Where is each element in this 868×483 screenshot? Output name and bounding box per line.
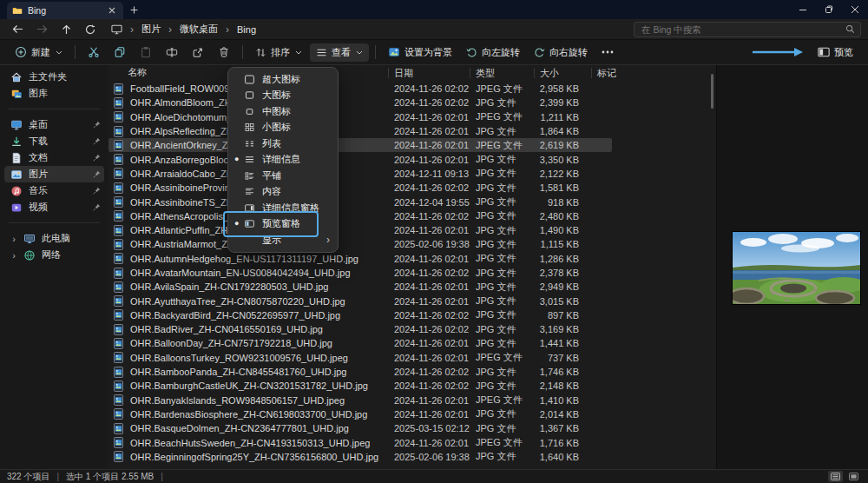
file-row[interactable]: OHR.AvatarMountain_EN-US0084042494_UHD.j… <box>108 266 612 280</box>
new-tab-button[interactable] <box>123 0 144 19</box>
file-row[interactable]: OHR.BalloonDay_ZH-CN7571792218_UHD.jpg20… <box>108 336 612 350</box>
file-row[interactable]: OHR.AssiniboineProvincialPark_Z2024-11-2… <box>108 181 612 195</box>
file-row[interactable]: OHR.BeginningofSpring25Y_ZH-CN7356156800… <box>108 450 612 464</box>
file-row[interactable]: OHR.BambooPanda_ZH-CN8455481760_UHD.jpg2… <box>108 365 612 379</box>
menu-item-内容[interactable]: 内容 <box>228 184 338 201</box>
image-file-icon <box>114 196 125 208</box>
file-row[interactable]: OHR.BasqueDolmen_ZH-CN2364777801_UHD.jpg… <box>108 421 612 435</box>
menu-item-显示[interactable]: 显示› <box>228 232 338 248</box>
sidebar-item-图片[interactable]: 图片 <box>4 166 104 182</box>
expand-chevron-icon[interactable]: › <box>10 234 17 244</box>
file-name: OHR.AyutthayaTree_ZH-CN8075870220_UHD.jp… <box>130 296 388 307</box>
location-monitor-icon[interactable] <box>111 24 122 35</box>
menu-item-列表[interactable]: 列表 <box>228 136 338 152</box>
view-button[interactable]: 查看 <box>310 43 369 62</box>
sidebar-item-图库[interactable]: 图库 <box>4 85 104 102</box>
new-button[interactable]: 新建 <box>9 43 69 62</box>
file-date-modified: 2024-11-26 02:02 <box>388 310 470 321</box>
sidebar-item-桌面[interactable]: 桌面 <box>4 116 104 133</box>
file-row[interactable]: OHR.BamburghCastleUK_ZH-CN3201531782_UHD… <box>108 379 612 393</box>
file-row[interactable]: OHR.AloeDichotomum_ROW74472024-11-26 02:… <box>108 110 612 124</box>
menu-item-中图标[interactable]: 中图标 <box>228 103 338 120</box>
documents-icon <box>10 152 23 164</box>
file-row[interactable]: OHR.AtlanticPuffin_ZH-CN852322024-11-26 … <box>108 223 612 237</box>
file-row[interactable]: OHR.AlmondBloom_ZH-CN944152024-11-26 02:… <box>108 96 612 109</box>
file-row[interactable]: OHR.AncientOrkney_ZH-CN111032024-11-26 0… <box>108 138 612 152</box>
file-type: JPG 文件 <box>470 366 534 379</box>
copy-button[interactable] <box>108 43 132 61</box>
file-row[interactable]: OHR.AssiniboineTS_ZH-CN9936042024-12-04 … <box>108 195 612 208</box>
column-header-tags[interactable]: 标记 <box>591 68 631 78</box>
file-row[interactable]: OHR.AvilaSpain_ZH-CN1792280503_UHD.jpg20… <box>108 280 612 294</box>
sidebar-item-label: 主文件夹 <box>29 70 101 83</box>
more-options-button[interactable] <box>595 48 620 56</box>
refresh-button[interactable] <box>80 21 101 38</box>
menu-item-大图标[interactable]: 大图标 <box>228 88 338 104</box>
file-row[interactable]: FootballField_ROW0099610326.jp2024-11-26… <box>108 82 612 96</box>
sidebar-item-音乐[interactable]: 音乐 <box>4 182 104 199</box>
column-header-type[interactable]: 类型 <box>470 68 534 78</box>
sidebar-item-下载[interactable]: 下载 <box>4 133 104 149</box>
file-row[interactable]: OHR.AlpsReflecting_ZH-CN403632024-11-26 … <box>108 124 612 138</box>
file-row[interactable]: OHR.BadRiver_ZH-CN0416550169_UHD.jpg2024… <box>108 322 612 336</box>
menu-item-小图标[interactable]: 小图标 <box>228 120 338 136</box>
file-row[interactable]: OHR.BalloonsTurkey_ROW9231009576_UHD.jpe… <box>108 351 612 365</box>
paste-button[interactable] <box>134 43 158 61</box>
file-row[interactable]: OHR.AnzaBorregoBloom_ZH-CN82024-11-26 02… <box>108 152 612 166</box>
restore-button[interactable] <box>816 0 842 19</box>
delete-button[interactable] <box>212 43 236 61</box>
minimize-button[interactable] <box>790 0 816 19</box>
menu-item-详细信息[interactable]: ●详细信息 <box>228 152 338 169</box>
rotate-right-button[interactable]: 向右旋转 <box>528 43 594 62</box>
file-date-modified: 2024-11-26 02:02 <box>388 324 470 334</box>
breadcrumb-item[interactable]: 图片 <box>140 22 162 36</box>
expand-chevron-icon[interactable]: › <box>10 250 17 261</box>
file-row[interactable]: OHR.AyutthayaTree_ZH-CN8075870220_UHD.jp… <box>108 294 612 308</box>
sidebar-item-主文件夹[interactable]: 主文件夹 <box>4 69 104 85</box>
menu-item-平铺[interactable]: 平铺 <box>228 168 338 184</box>
chevron-down-icon <box>356 50 363 55</box>
pin-icon <box>93 203 101 211</box>
column-header-size[interactable]: 大小 <box>534 68 591 78</box>
chevron-down-icon <box>295 50 302 55</box>
file-row[interactable]: OHR.AutumnHedgehog_EN-US1171311197_UHD.j… <box>108 252 612 266</box>
search-input[interactable] <box>640 23 845 36</box>
sort-button[interactable]: 排序 <box>249 43 308 62</box>
column-header-date[interactable]: 日期 <box>388 68 470 78</box>
vertical-scrollbar[interactable] <box>711 74 713 109</box>
status-details-view-button[interactable] <box>828 471 843 482</box>
menu-item-详细信息窗格[interactable]: 详细信息窗格 <box>228 200 338 216</box>
sidebar-item-视频[interactable]: 视频 <box>4 199 104 215</box>
file-row[interactable]: OHR.BanyakIslands_ROW9848506157_UHD.jpeg… <box>108 394 612 407</box>
file-type: JPG 文件 <box>470 323 534 336</box>
rename-button[interactable] <box>160 43 184 61</box>
file-row[interactable] <box>108 464 612 467</box>
menu-item-超大图标[interactable]: 超大图标 <box>228 71 338 88</box>
menu-item-预览窗格[interactable]: ●预览窗格 <box>228 216 338 233</box>
sidebar-item-文档[interactable]: 文档 <box>4 149 104 166</box>
file-row[interactable]: OHR.AthensAcropolis_ZH-CN992024-11-26 02… <box>108 209 612 223</box>
file-row[interactable]: OHR.BardenasBiosphere_ZH-CN6198033700_UH… <box>108 407 612 421</box>
file-row[interactable]: OHR.ArraialdoCabo_ZH-CN620262024-12-11 0… <box>108 167 612 181</box>
search-box[interactable] <box>634 22 861 37</box>
cut-button[interactable] <box>82 43 106 61</box>
rotate-left-button[interactable]: 向左旋转 <box>460 43 526 62</box>
sidebar-item-此电脑[interactable]: ›此电脑 <box>4 230 104 247</box>
tab-close-icon[interactable] <box>106 6 118 15</box>
breadcrumb-item[interactable]: Bing <box>235 23 258 36</box>
up-button[interactable] <box>56 21 76 38</box>
file-row[interactable]: OHR.AustriaMarmot_ZH-CN230372025-02-06 1… <box>108 237 612 251</box>
sidebar-item-网络[interactable]: ›网络 <box>4 247 104 263</box>
close-button[interactable] <box>842 0 868 19</box>
preview-toggle-button[interactable]: 预览 <box>812 43 859 62</box>
status-thumbnails-view-button[interactable] <box>846 471 861 482</box>
file-row[interactable]: OHR.BackyardBird_ZH-CN0522695977_UHD.jpg… <box>108 308 612 322</box>
share-button[interactable] <box>186 43 210 61</box>
forward-button[interactable] <box>31 21 52 38</box>
back-button[interactable] <box>7 21 28 38</box>
tab-bing[interactable]: Bing <box>7 2 123 19</box>
set-as-background-button[interactable]: 设置为背景 <box>382 43 458 62</box>
breadcrumb-item[interactable]: 微软桌面 <box>178 22 220 36</box>
preview-image[interactable] <box>733 232 860 304</box>
file-row[interactable]: OHR.BeachHutsSweden_ZH-CN4193150313_UHD.… <box>108 435 612 449</box>
